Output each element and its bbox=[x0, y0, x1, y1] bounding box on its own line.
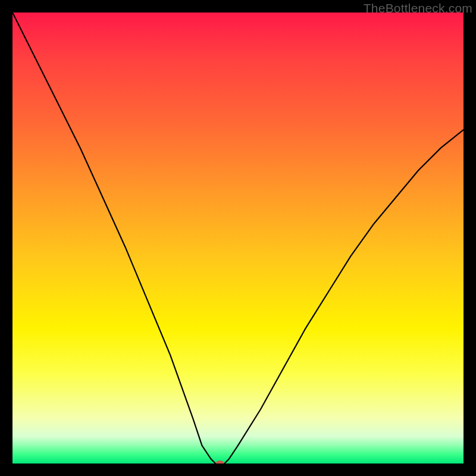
curve-svg bbox=[12, 12, 464, 464]
marker-dot bbox=[216, 461, 224, 464]
plot-area bbox=[12, 12, 464, 464]
chart-frame: TheBottleneck.com bbox=[0, 0, 476, 476]
watermark-text: TheBottleneck.com bbox=[364, 1, 472, 15]
bottleneck-curve bbox=[12, 12, 464, 464]
